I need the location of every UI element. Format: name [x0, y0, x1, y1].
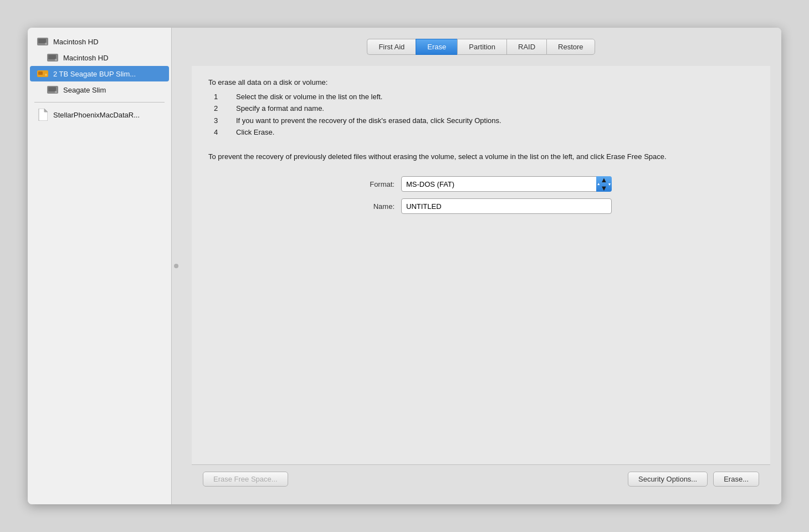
svg-point-8 [45, 74, 47, 76]
btn-group-right: Security Options... Erase... [628, 472, 759, 487]
step-text-1: Select the disk or volume in the list on… [236, 91, 382, 103]
file-svg-icon [38, 109, 48, 121]
sidebar-resize-handle[interactable] [172, 28, 181, 504]
disk-icon-file [37, 110, 49, 120]
sidebar-label-seagate-bup: 2 TB Seagate BUP Slim... [53, 70, 136, 78]
step-text-3: If you want to prevent the recovery of t… [236, 115, 501, 126]
svg-rect-1 [38, 39, 46, 43]
sidebar-divider [34, 102, 165, 103]
step-row-1: 1Select the disk or volume in the list o… [214, 91, 754, 103]
sidebar-label-seagate-slim: Seagate Slim [63, 86, 106, 94]
svg-rect-7 [38, 71, 43, 75]
erase-button[interactable]: Erase... [713, 472, 759, 487]
fields-area: Format: MS-DOS (FAT)Mac OS Extended (Jou… [208, 176, 754, 214]
sidebar-item-stellar[interactable]: StellarPhoenixMacDataR... [30, 107, 169, 122]
format-select[interactable]: MS-DOS (FAT)Mac OS Extended (Journaled)M… [401, 176, 612, 192]
tab-restore[interactable]: Restore [546, 39, 595, 55]
sidebar-label-stellar: StellarPhoenixMacDataR... [53, 111, 140, 119]
hd-svg-icon [47, 53, 59, 63]
steps-list: 1Select the disk or volume in the list o… [214, 91, 754, 139]
step-text-4: Click Erase. [236, 127, 274, 138]
disk-icon-hd [47, 53, 59, 63]
step-row-4: 4Click Erase. [214, 127, 754, 138]
sidebar-label-macintosh-hd-1: Macintosh HD [53, 38, 99, 46]
step-num-1: 1 [214, 91, 225, 103]
hd-svg-icon [47, 85, 59, 95]
instructions-intro: To erase all data on a disk or volume: [208, 77, 754, 88]
ext-svg-icon [37, 69, 49, 79]
erase-free-space-button[interactable]: Erase Free Space... [203, 472, 288, 487]
tab-first-aid[interactable]: First Aid [367, 39, 416, 55]
app-window: Macintosh HD Macintosh HD 2 TB Seagate B… [28, 28, 781, 504]
disk-icon-hd-small [47, 85, 59, 95]
hd-svg-icon [37, 37, 49, 47]
step-text-2: Specify a format and name. [236, 103, 324, 114]
main-content: First AidErasePartitionRAIDRestore To er… [181, 28, 781, 504]
name-label: Name: [350, 202, 395, 211]
step-row-3: 3If you want to prevent the recovery of … [214, 115, 754, 126]
tab-raid[interactable]: RAID [506, 39, 546, 55]
bottom-buttons: Erase Free Space... Security Options... … [192, 464, 770, 493]
format-select-wrapper: MS-DOS (FAT)Mac OS Extended (Journaled)M… [401, 176, 612, 192]
sidebar-item-macintosh-hd-1[interactable]: Macintosh HD [30, 34, 169, 49]
tab-partition[interactable]: Partition [457, 39, 506, 55]
tabs-bar: First AidErasePartitionRAIDRestore [192, 39, 770, 55]
sidebar-label-macintosh-hd-2: Macintosh HD [63, 54, 109, 62]
disk-icon-hd [37, 37, 49, 47]
format-label: Format: [350, 180, 395, 188]
sidebar-item-macintosh-hd-2[interactable]: Macintosh HD [30, 50, 169, 65]
instructions-area: To erase all data on a disk or volume: 1… [192, 66, 770, 464]
security-options-button[interactable]: Security Options... [628, 472, 708, 487]
step-row-2: 2Specify a format and name. [214, 103, 754, 114]
step-num-2: 2 [214, 103, 225, 114]
svg-rect-10 [48, 87, 56, 91]
tab-erase[interactable]: Erase [416, 39, 457, 55]
name-input[interactable] [401, 198, 612, 214]
name-field-row: Name: [350, 198, 612, 214]
svg-point-5 [55, 59, 57, 61]
svg-point-11 [55, 91, 57, 93]
svg-point-2 [45, 43, 47, 45]
format-field-row: Format: MS-DOS (FAT)Mac OS Extended (Jou… [350, 176, 612, 192]
sidebar: Macintosh HD Macintosh HD 2 TB Seagate B… [28, 28, 172, 504]
step-num-3: 3 [214, 115, 225, 126]
sidebar-item-seagate-slim[interactable]: Seagate Slim [30, 82, 169, 98]
disk-icon-ext [37, 69, 49, 79]
resize-dot [174, 264, 178, 268]
svg-rect-4 [48, 55, 56, 59]
instructions-note: To prevent the recovery of previously de… [208, 151, 754, 162]
sidebar-item-seagate-bup[interactable]: 2 TB Seagate BUP Slim... [30, 66, 169, 81]
step-num-4: 4 [214, 127, 225, 138]
